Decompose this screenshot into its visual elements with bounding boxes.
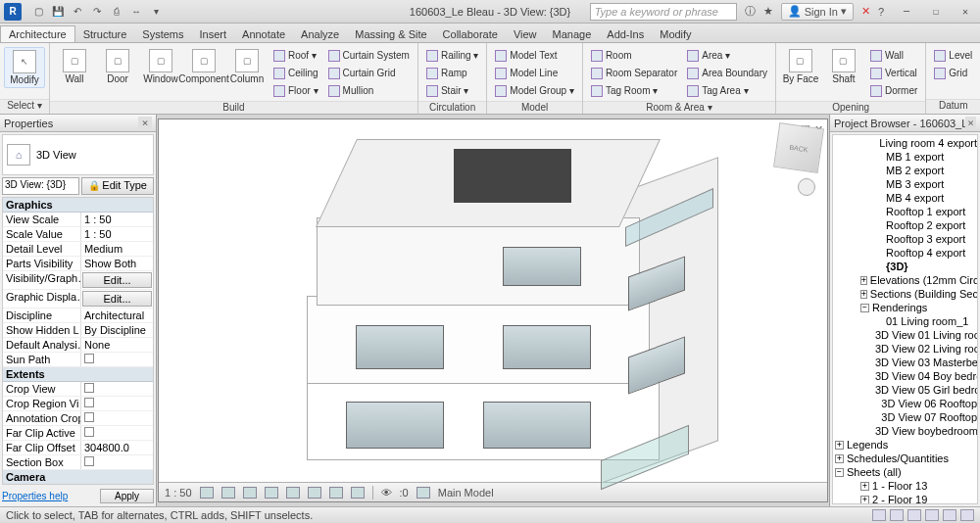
by-face-button[interactable]: ▢By Face [780,47,821,86]
prop-row[interactable]: Default Analysi…None [3,338,153,353]
filter-icon[interactable] [960,509,974,521]
column-button[interactable]: ▢Column [226,47,268,86]
tree-node[interactable]: 3D View 06 Rooftop [833,397,977,410]
worksets-icon[interactable] [416,487,430,499]
vertical-button[interactable]: Vertical [866,65,921,81]
tab-manage[interactable]: Manage [545,26,600,42]
curtain-system-button[interactable]: Curtain System [324,47,414,64]
tree-node[interactable]: 3D View 01 Living room [833,328,977,342]
roof--button[interactable]: Roof ▾ [270,47,322,64]
mullion-button[interactable]: Mullion [324,82,414,99]
prop-row[interactable]: Far Clip Active [3,426,153,441]
tab-add-ins[interactable]: Add-Ins [599,26,652,42]
prop-group[interactable]: Camera [3,470,153,485]
prop-row[interactable]: Crop Region Vi… [3,397,153,411]
area-boundary-button[interactable]: Area Boundary [683,65,771,81]
expand-icon[interactable]: + [860,276,867,285]
tree-node[interactable]: Rooftop 4 export [833,246,977,260]
tree-node[interactable]: 3D View 02 Living room [833,342,977,356]
tree-node[interactable]: 3D View 07 Rooftop [833,410,977,424]
3d-canvas[interactable] [159,119,827,482]
tree-node[interactable]: MB 4 export [833,191,977,205]
type-selector[interactable]: ⌂ 3D View [2,134,154,175]
prop-group[interactable]: Extents [3,367,153,382]
info-icon[interactable]: ⓘ [745,4,756,19]
tree-node[interactable]: 3D View 05 Girl bedroor [833,383,977,397]
instance-combo[interactable]: 3D View: {3D} [2,177,79,195]
model-group--button[interactable]: Model Group ▾ [491,82,578,99]
room-button[interactable]: Room [587,47,681,64]
expand-icon[interactable]: + [860,496,869,504]
tree-node[interactable]: Living room 4 export [833,136,977,150]
tree-node[interactable]: MB 1 export [833,150,977,164]
prop-row[interactable]: Section Box [3,455,153,470]
prop-row[interactable]: Graphic Displa…Edit... [3,290,153,309]
visual-style-icon[interactable] [221,487,235,499]
tag-area--button[interactable]: Tag Area ▾ [683,82,771,99]
expand-icon[interactable]: − [835,468,844,477]
tab-insert[interactable]: Insert [192,26,235,42]
properties-help-link[interactable]: Properties help [2,491,68,501]
measure-icon[interactable]: ↔ [129,5,143,19]
tree-node[interactable]: MB 3 export [833,177,977,191]
tree-node[interactable]: −Renderings [833,301,977,314]
grid-button[interactable]: Grid [930,65,976,81]
view-scale[interactable]: 1 : 50 [165,487,192,499]
help-search-input[interactable]: Type a keyword or phrase [590,3,737,21]
redo-icon[interactable]: ↷ [90,5,104,19]
tree-node[interactable]: +1 - Floor 13 [833,479,977,493]
crop-icon[interactable] [308,487,321,499]
window-button[interactable]: ▢Window [140,47,181,86]
room-separator-button[interactable]: Room Separator [587,65,681,81]
hide-isolate-icon[interactable] [351,487,365,499]
drag-icon[interactable] [943,509,956,521]
prop-row[interactable]: Parts VisibilityShow Both [3,257,153,271]
panel-select-label[interactable]: Select ▾ [0,99,49,114]
editable-only-icon[interactable] [890,509,904,521]
render-icon[interactable] [286,487,300,499]
select-pinned-icon[interactable] [925,509,939,521]
prop-row[interactable]: Visibility/Graph…Edit... [3,271,153,290]
prop-row[interactable]: Scale Value1 : 50 [3,227,153,242]
tab-massing-site[interactable]: Massing & Site [347,26,434,42]
tree-node[interactable]: Rooftop 2 export [833,218,977,232]
detail-level-icon[interactable] [200,487,214,499]
expand-icon[interactable]: + [835,454,844,463]
level-button[interactable]: Level [930,47,976,64]
prop-row[interactable]: Detail LevelMedium [3,242,153,257]
design-options-combo[interactable]: Main Model [438,487,494,499]
curtain-grid-button[interactable]: Curtain Grid [324,65,414,81]
tab-view[interactable]: View [506,26,545,42]
prop-row[interactable]: Sun Path [3,353,153,367]
modify-button[interactable]: ↖ Modify [4,47,45,88]
selection-filter-icon[interactable] [872,509,886,521]
expand-icon[interactable]: + [860,290,867,299]
prop-group[interactable]: Graphics [3,198,153,213]
model-text-button[interactable]: Model Text [491,47,578,64]
tree-node[interactable]: +Schedules/Quantities [833,452,977,465]
3d-viewport[interactable]: ─ ☐ ✕ BACK 1 : 50 [158,119,828,502]
prop-row[interactable]: Annotation Crop [3,411,153,426]
tree-node[interactable]: +2 - Floor 19 [833,493,977,504]
qat-dropdown-icon[interactable]: ▾ [149,5,163,19]
help-icon[interactable]: ? [878,6,884,18]
tag-room--button[interactable]: Tag Room ▾ [587,82,681,99]
tree-node[interactable]: Rooftop 1 export [833,205,977,218]
open-icon[interactable]: ▢ [31,5,45,19]
prop-row[interactable]: Far Clip Offset304800.0 [3,441,153,455]
tree-node[interactable]: {3D} [833,260,977,273]
area--button[interactable]: Area ▾ [683,47,771,64]
close-icon[interactable]: ✕ [951,2,980,22]
close-browser-icon[interactable]: × [965,117,976,129]
ceiling-button[interactable]: Ceiling [270,65,322,81]
edit-type-button[interactable]: 🔒 Edit Type [81,177,154,195]
select-links-icon[interactable] [907,509,921,521]
print-icon[interactable]: ⎙ [110,5,123,19]
minimize-icon[interactable]: ─ [892,2,921,22]
model-line-button[interactable]: Model Line [491,65,578,81]
tree-node[interactable]: MB 2 export [833,164,977,177]
tree-node[interactable]: +Legends [833,438,977,452]
exchange-icon[interactable]: ✕ [861,5,870,18]
tab-systems[interactable]: Systems [134,26,191,42]
steering-wheel-icon[interactable] [798,178,815,196]
